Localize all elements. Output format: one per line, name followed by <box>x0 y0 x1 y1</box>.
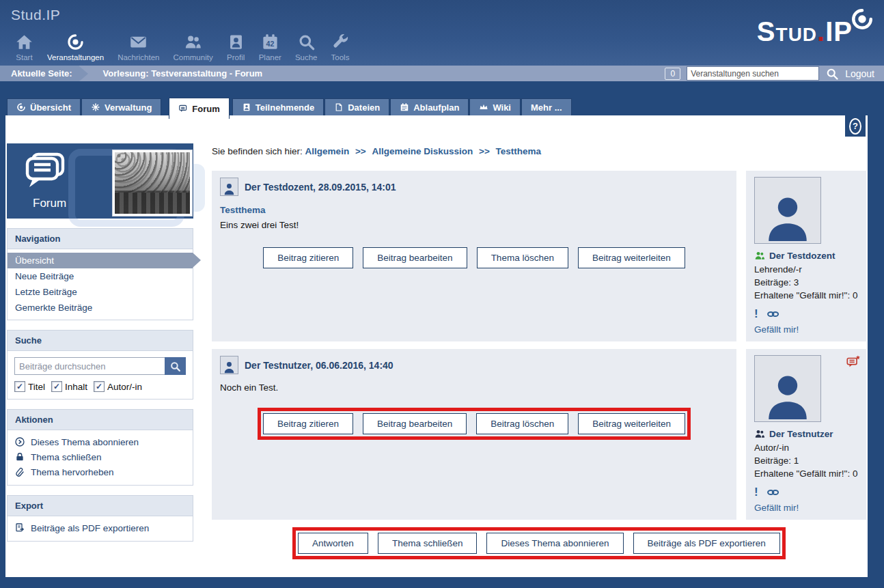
nav-tools[interactable]: Tools <box>324 33 357 66</box>
author-name[interactable]: Der Testnutzer <box>769 429 833 439</box>
thema-loeschen-button[interactable]: Thema löschen <box>477 247 568 268</box>
permalink-chain-icon[interactable] <box>766 309 780 319</box>
tab-uebersicht[interactable]: Übersicht <box>7 98 81 115</box>
tab-label: Mehr ... <box>531 102 562 113</box>
breadcrumb-prefix: Sie befinden sich hier: <box>212 146 303 156</box>
new-post-bubble-icon <box>846 354 861 369</box>
logout-link[interactable]: Logout <box>845 68 874 79</box>
beitrag-weiterleiten-button[interactable]: Beitrag weiterleiten <box>578 247 685 268</box>
beitrag-zitieren-button[interactable]: Beitrag zitieren <box>263 413 353 434</box>
report-exclamation-icon[interactable]: ! <box>754 307 758 321</box>
tab-wiki[interactable]: Wiki <box>469 98 521 115</box>
author-avatar-large[interactable] <box>754 177 821 244</box>
tab-label: Verwaltung <box>105 102 152 113</box>
tab-verwaltung[interactable]: Verwaltung <box>81 98 161 115</box>
help-button[interactable]: ? <box>845 115 866 137</box>
antworten-button[interactable]: Antworten <box>298 533 368 554</box>
search-icon <box>169 361 181 372</box>
tab-dateien[interactable]: Dateien <box>324 98 389 115</box>
nav-profil[interactable]: Profil <box>220 33 252 66</box>
action-label: Dieses Thema abonnieren <box>31 437 139 447</box>
forum-search-input[interactable] <box>14 357 165 375</box>
nav-start[interactable]: Start <box>8 33 40 66</box>
export-box: Export Beiträge als PDF exportieren <box>7 495 193 542</box>
forum-search-button[interactable] <box>165 357 186 375</box>
action-pdf-export[interactable]: Beiträge als PDF exportieren <box>8 520 193 535</box>
search-submit-icon[interactable] <box>825 67 839 81</box>
lecturer-people-icon <box>754 250 766 262</box>
sidebar-navigation-list: Übersicht Neue Beiträge Letzte Beiträge … <box>8 249 193 320</box>
author-name[interactable]: Der Testdozent <box>769 251 835 261</box>
search-body: Titel Inhalt Autor/-in <box>8 351 193 399</box>
forum-bubbles-icon <box>22 152 68 193</box>
person-icon <box>223 361 236 374</box>
beitrag-bearbeiten-button[interactable]: Beitrag bearbeiten <box>363 247 467 268</box>
section-title: Export <box>8 496 193 516</box>
checkbox-checked-icon <box>14 381 25 392</box>
author-avatar-large[interactable] <box>754 355 821 422</box>
sidebar-item-uebersicht[interactable]: Übersicht <box>8 253 193 268</box>
wiki-crown-icon <box>479 102 488 112</box>
nav-planer[interactable]: 42 Planer <box>252 33 288 66</box>
sidebar-item-letzte-beitraege[interactable]: Letzte Beiträge <box>8 284 193 300</box>
calendar-icon: 42 <box>261 33 279 51</box>
author-role: Lehrende/-r <box>754 264 858 275</box>
checkbox-checked-icon <box>94 381 105 392</box>
checkbox-checked-icon <box>51 381 62 392</box>
permalink-chain-icon[interactable] <box>766 488 780 497</box>
author-avatar-small[interactable] <box>220 178 238 196</box>
author-likes-received: Erhaltene "Gefällt mir!": 0 <box>754 468 858 479</box>
nav-veranstaltungen[interactable]: Veranstaltungen <box>40 33 111 66</box>
post-author-date: Der Testnutzer, 06.06.2016, 14:40 <box>245 360 393 371</box>
checkbox-inhalt[interactable]: Inhalt <box>51 381 87 392</box>
author-avatar-small[interactable] <box>220 356 238 374</box>
beitrag-bearbeiten-button[interactable]: Beitrag bearbeiten <box>363 413 467 434</box>
forum-post-1: Der Testdozent, 28.09.2015, 14:01 Testth… <box>212 171 866 341</box>
action-label: Beiträge als PDF exportieren <box>31 523 149 533</box>
checkbox-titel[interactable]: Titel <box>14 381 45 392</box>
thema-schliessen-button[interactable]: Thema schließen <box>378 533 478 554</box>
pdf-exportieren-button[interactable]: Beiträge als PDF exportieren <box>633 533 780 554</box>
beitrag-weiterleiten-button[interactable]: Beitrag weiterleiten <box>578 413 685 434</box>
highlight-box: Antworten Thema schließen Dieses Thema a… <box>292 527 786 559</box>
checkbox-autor[interactable]: Autor/-in <box>94 381 142 392</box>
sidebar-item-neue-beitraege[interactable]: Neue Beiträge <box>8 268 193 284</box>
section-title: Suche <box>8 331 193 351</box>
author-role: Autor/-in <box>754 443 858 453</box>
actions-box: Aktionen Dieses Thema abonnieren Thema s… <box>7 409 193 486</box>
nav-label: Profil <box>227 53 245 61</box>
actions-list: Dieses Thema abonnieren Thema schließen … <box>8 430 193 485</box>
post-body: Der Testdozent, 28.09.2015, 14:01 Testth… <box>212 171 736 341</box>
nav-suche[interactable]: Suche <box>288 33 324 66</box>
tab-forum[interactable]: Forum <box>169 98 229 119</box>
forum-post-2: Der Testnutzer, 06.06.2016, 14:40 Noch e… <box>212 349 866 520</box>
section-title: Navigation <box>8 229 193 249</box>
beitrag-loeschen-button[interactable]: Beitrag löschen <box>476 413 568 434</box>
author-name-row: Der Testdozent <box>754 250 858 262</box>
profile-card-icon <box>227 33 245 51</box>
like-link[interactable]: Gefällt mir! <box>754 324 799 335</box>
breadcrumb-link-testthema[interactable]: Testthema <box>496 146 542 156</box>
report-exclamation-icon[interactable]: ! <box>754 486 758 499</box>
thema-abonnieren-button[interactable]: Dieses Thema abonnieren <box>486 533 623 554</box>
author-name-row: Der Testnutzer <box>754 428 858 440</box>
author-post-count: Beiträge: 1 <box>754 456 858 466</box>
like-link[interactable]: Gefällt mir! <box>754 503 799 513</box>
tab-ablaufplan[interactable]: Ablaufplan <box>390 98 469 115</box>
tab-mehr[interactable]: Mehr ... <box>521 98 572 115</box>
tab-teilnehmende[interactable]: Teilnehmende <box>232 98 324 115</box>
breadcrumb-link-diskussion[interactable]: Allgemeine Diskussion <box>372 146 473 156</box>
course-search-input[interactable] <box>687 66 819 81</box>
forum-banner: Forum <box>7 143 193 219</box>
tab-label: Teilnehmende <box>255 102 314 113</box>
nav-nachrichten[interactable]: Nachrichten <box>111 33 166 66</box>
action-thema-schliessen[interactable]: Thema schließen <box>8 449 193 464</box>
sidebar-item-gemerkte-beitraege[interactable]: Gemerkte Beiträge <box>8 300 193 316</box>
action-thema-hervorheben[interactable]: Thema hervorheben <box>8 464 193 479</box>
beitrag-zitieren-button[interactable]: Beitrag zitieren <box>263 247 353 268</box>
nav-community[interactable]: Community <box>167 33 220 66</box>
breadcrumb-link-allgemein[interactable]: Allgemein <box>305 146 350 156</box>
post-actions: Beitrag zitieren Beitrag bearbeiten Them… <box>220 247 728 268</box>
action-abonnieren[interactable]: Dieses Thema abonnieren <box>8 434 193 449</box>
notification-count-badge[interactable]: 0 <box>665 68 680 80</box>
